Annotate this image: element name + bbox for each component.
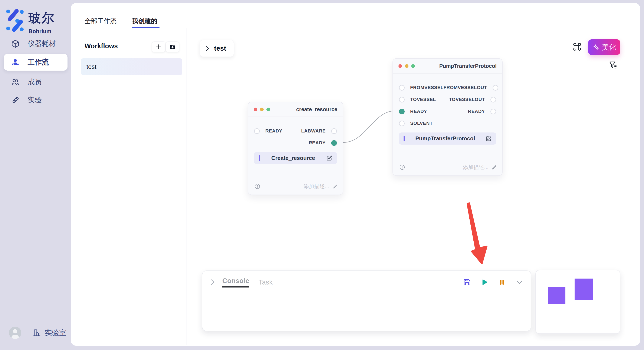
minimap-node (574, 279, 593, 300)
port-label: FROMVESSEL (410, 85, 444, 90)
node-header: create_resource (248, 102, 343, 117)
input-port-ready[interactable] (254, 128, 260, 134)
command-icon[interactable] (572, 42, 582, 51)
pill-label: PumpTransferProtocol (405, 135, 486, 142)
node-dot-green (411, 64, 415, 68)
info-icon[interactable] (254, 183, 260, 189)
output-port-tovesselout[interactable] (490, 97, 496, 103)
user-silhouette-icon (9, 327, 21, 339)
pencil-icon[interactable] (332, 184, 337, 189)
port-label: READY (308, 140, 326, 146)
sidebar-item-experiments[interactable]: 实验 (4, 92, 68, 108)
port-label: FROMVESSELOUT (444, 85, 487, 90)
import-folder-button[interactable] (166, 41, 179, 52)
port-row: FROMVESSEL FROMVESSELOUT (399, 85, 496, 90)
node-action-pill[interactable]: PumpTransferProtocol (399, 133, 496, 145)
pencil-icon[interactable] (492, 165, 497, 170)
sparkles-icon (592, 44, 599, 51)
edit-icon[interactable] (486, 136, 492, 141)
breadcrumb-label: test (214, 44, 226, 52)
active-tab-underline (132, 27, 160, 28)
node-create-resource[interactable]: create_resource READY LABWARE READY (248, 102, 343, 195)
port-label: LABWARE (301, 128, 326, 134)
port-label: READY (265, 128, 282, 134)
list-canvas-divider (186, 28, 187, 345)
beautify-button[interactable]: 美化 (588, 39, 620, 55)
node-dot-yellow (260, 108, 264, 111)
input-port-ready[interactable] (399, 109, 405, 114)
port-row: READY READY (399, 109, 496, 114)
port-row: SOLVENT (399, 121, 496, 126)
brand-logo[interactable]: 玻尔 Bohrium (6, 8, 55, 35)
pause-icon[interactable] (498, 278, 506, 286)
node-pump-transfer-protocol[interactable]: PumpTransferProtocol FROMVESSEL FROMVESS… (392, 58, 502, 176)
beautify-label: 美化 (602, 42, 616, 52)
sidebar-item-workflows[interactable]: 工作流 (4, 54, 68, 71)
tab-my-created[interactable]: 我创建的 (132, 17, 158, 25)
port-label: SOLVENT (410, 121, 433, 126)
filter-icon[interactable] (608, 60, 618, 70)
expand-chevron-icon[interactable] (210, 279, 216, 286)
sidebar-item-label: 实验 (28, 95, 42, 105)
workspace-label: 实验室 (45, 328, 66, 338)
console-panel: Console Task (202, 270, 531, 331)
add-workflow-button[interactable] (152, 41, 166, 52)
team-icon (11, 58, 20, 67)
port-row: READY (254, 140, 337, 146)
node-action-pill[interactable]: Create_resource (254, 152, 337, 164)
port-label: TOVESSEL (410, 97, 436, 102)
input-port-fromvessel[interactable] (399, 85, 405, 91)
sidebar: 玻尔 Bohrium 仪器耗材 工作流 成员 (0, 0, 71, 350)
canvas-breadcrumb[interactable]: test (200, 40, 234, 57)
collapse-icon[interactable] (516, 278, 523, 286)
node-title: create_resource (296, 106, 337, 113)
brand-name: 玻尔 (28, 10, 55, 26)
workflow-list-item-test[interactable]: test (81, 58, 182, 75)
app-root: 玻尔 Bohrium 仪器耗材 工作流 成员 (0, 0, 644, 350)
input-port-solvent[interactable] (399, 121, 405, 126)
port-row: TOVESSEL TOVESSELOUT (399, 97, 496, 102)
console-tab[interactable]: Console (222, 277, 249, 288)
port-label: READY (410, 109, 427, 114)
node-dot-red (254, 108, 257, 111)
avatar[interactable] (9, 327, 21, 339)
minimap[interactable] (536, 270, 620, 334)
members-icon (11, 78, 20, 86)
input-port-tovessel[interactable] (399, 97, 405, 103)
sidebar-item-members[interactable]: 成员 (4, 74, 68, 90)
tab-all-workflows[interactable]: 全部工作流 (84, 17, 116, 25)
folder-download-icon (169, 43, 176, 50)
node-dot-yellow (405, 64, 408, 68)
port-label: READY (468, 109, 485, 114)
output-port-fromvesselout[interactable] (492, 85, 498, 91)
output-port-ready[interactable] (490, 109, 496, 114)
description-placeholder[interactable]: 添加描述... (463, 164, 488, 171)
pill-label: Create_resource (260, 155, 326, 161)
description-placeholder[interactable]: 添加描述... (304, 183, 329, 190)
minimap-node (548, 287, 566, 304)
output-port-labware[interactable] (331, 128, 337, 134)
bohrium-logo-icon (6, 8, 25, 32)
workspace-switcher[interactable]: 实验室 (9, 327, 66, 339)
port-row: READY LABWARE (254, 128, 337, 134)
task-tab[interactable]: Task (258, 278, 272, 286)
node-title: PumpTransferProtocol (439, 63, 497, 69)
node-header: PumpTransferProtocol (393, 59, 502, 74)
sidebar-item-label: 成员 (28, 77, 42, 87)
info-icon[interactable] (399, 164, 405, 170)
output-port-ready[interactable] (331, 140, 337, 146)
run-icon[interactable] (481, 278, 488, 286)
sidebar-item-label: 工作流 (28, 57, 49, 67)
port-label: TOVESSELOUT (449, 97, 485, 102)
node-dot-green (266, 108, 270, 111)
chevron-right-icon (205, 45, 210, 51)
plus-icon (156, 44, 162, 50)
building-icon (32, 328, 41, 337)
package-icon (11, 39, 20, 48)
node-dot-red (398, 64, 402, 68)
edit-icon[interactable] (326, 155, 332, 161)
workflows-panel-title: Workflows (84, 42, 118, 50)
sidebar-item-instruments[interactable]: 仪器耗材 (4, 35, 68, 52)
brand-latin: Bohrium (28, 28, 55, 35)
save-icon[interactable] (463, 278, 471, 286)
